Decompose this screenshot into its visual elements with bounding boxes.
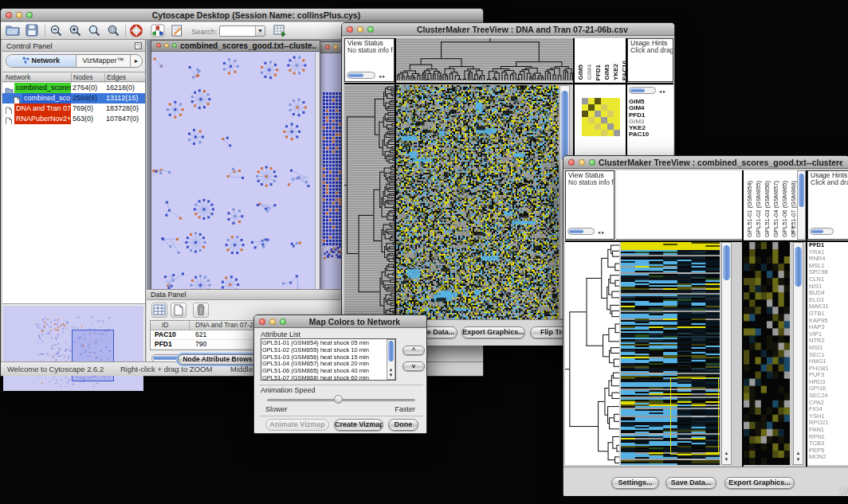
scroll-down-arrow[interactable]: ▼: [791, 229, 795, 236]
search-input[interactable]: ▼: [219, 25, 265, 37]
network-row-rnapubernov2-[interactable]: RNAPuberNov2+563(0)107847(0): [2, 114, 145, 124]
column-label-gpl51-06[interactable]: GPL51-06 (GSM865): [781, 181, 788, 237]
attribute-item[interactable]: GPL51-06 (GSM865) heat shock 40 min: [262, 368, 386, 375]
attribute-item[interactable]: GPL51-01 (GSM854) heat shock 05 min: [262, 340, 386, 347]
zoom-out-button[interactable]: [49, 24, 65, 38]
gene-label-mon2[interactable]: MON2: [807, 454, 848, 461]
done-button[interactable]: Done: [388, 419, 418, 431]
save-session-button[interactable]: [25, 24, 40, 38]
zoom-fit-button[interactable]: [88, 24, 103, 38]
close-button[interactable]: [156, 43, 161, 48]
heatmap-canvas[interactable]: [621, 242, 720, 465]
zoom-selected-button[interactable]: [107, 24, 122, 38]
gene-list[interactable]: PFD1YRA1RNR4MSL1SPC98CLN1NIS1BUD4ELG1MAK…: [807, 242, 848, 465]
scroll-down-arrow[interactable]: ▼: [387, 373, 395, 378]
scroll-arrows[interactable]: ◂ ▸: [598, 229, 604, 236]
treeview1-titlebar[interactable]: ClusterMaker TreeView : DNA and Tran 07-…: [342, 23, 674, 36]
new-attribute-icon[interactable]: [171, 303, 186, 318]
attribute-table-icon[interactable]: [151, 303, 167, 318]
move-down-button[interactable]: v: [402, 361, 425, 371]
column-label-gim4[interactable]: GIM4: [586, 64, 593, 80]
treeview2-titlebar[interactable]: ClusterMaker TreeView : combined_scores_…: [563, 156, 848, 169]
scroll-up-arrow[interactable]: ▲: [794, 451, 803, 456]
column-label-gpl51-03[interactable]: GPL51-03 (GSM856): [764, 181, 771, 237]
float-panel-icon[interactable]: ◹: [135, 42, 142, 49]
zoom-heatmap-canvas[interactable]: [744, 242, 790, 465]
animate-vizmap-button[interactable]: Animate Vizmap: [265, 419, 329, 431]
zoom-window-button[interactable]: [280, 318, 286, 325]
network-titlebar[interactable]: combined_scores_good.txt--cluste...: [151, 41, 320, 52]
chevron-down-icon[interactable]: ▼: [255, 26, 265, 36]
heatmap-canvas[interactable]: [396, 85, 559, 319]
column-label-gim3[interactable]: GIM3: [603, 64, 610, 80]
minimize-button[interactable]: [164, 43, 169, 48]
scrollbar-thumb[interactable]: [795, 247, 802, 287]
zoom-window-button[interactable]: [172, 43, 177, 48]
network2-canvas[interactable]: [320, 54, 343, 295]
resize-grip[interactable]: [839, 486, 848, 495]
close-button[interactable]: [259, 318, 265, 325]
attribute-list-vscrollbar[interactable]: ▲ ▼: [387, 339, 395, 380]
scroll-down-arrow[interactable]: ▼: [794, 457, 803, 463]
animation-slider-thumb[interactable]: [334, 395, 343, 404]
zoom-window-button[interactable]: [589, 159, 595, 166]
labels-vscrollbar[interactable]: [797, 170, 806, 240]
annotation-icon[interactable]: [170, 24, 185, 38]
scrollbar-thumb[interactable]: [723, 245, 730, 280]
column-dendrogram-canvas[interactable]: [396, 38, 573, 80]
scroll-left-arrow[interactable]: ◂ ▸: [379, 72, 385, 80]
close-button[interactable]: [6, 12, 12, 18]
close-button[interactable]: [347, 26, 353, 33]
minimize-button[interactable]: [579, 159, 585, 166]
birdseye-view-canvas[interactable]: [3, 306, 143, 391]
column-label-gpl51-04[interactable]: GPL51-04 (GSM857): [772, 181, 779, 237]
tab-vizmapper[interactable]: VizMapper™: [77, 55, 131, 67]
network-row-dna-and-tran-07[interactable]: DNA and Tran 07769(0)183728(0): [2, 104, 145, 114]
save-data-button[interactable]: Save Data...: [665, 477, 716, 489]
zoom-matrix-canvas[interactable]: [582, 98, 620, 136]
row-dendrogram-canvas[interactable]: [565, 242, 619, 465]
tab-overflow-arrow[interactable]: ►: [131, 55, 142, 67]
minimize-button[interactable]: [357, 26, 363, 33]
delete-attribute-icon[interactable]: [193, 303, 209, 318]
scroll-down-arrow[interactable]: ▼: [722, 457, 731, 463]
view-status-hscrollbar[interactable]: [347, 72, 375, 79]
scrollbar-thumb[interactable]: [388, 341, 394, 361]
network-canvas[interactable]: [152, 53, 316, 295]
attribute-listbox[interactable]: GPL51-01 (GSM854) heat shock 05 minGPL51…: [261, 338, 396, 381]
column-label-yke2[interactable]: YKE2: [612, 64, 619, 80]
help-ring-icon[interactable]: [129, 24, 144, 38]
column-label-gpl51-02[interactable]: GPL51-02 (GSM855): [755, 181, 762, 237]
close-button[interactable]: [568, 159, 575, 166]
scroll-up-arrow[interactable]: ▲: [387, 367, 395, 373]
network-row-combined-sco[interactable]: combined_sco2569(6)13112(15): [2, 93, 145, 104]
usage-hscrollbar[interactable]: [810, 228, 834, 235]
zoom-vscrollbar[interactable]: ▲ ▼: [793, 242, 803, 465]
labels-hscrollbar[interactable]: [629, 87, 656, 94]
attribute-item[interactable]: GPL51-07 (GSM868) heat shock 60 min: [262, 375, 386, 381]
attribute-item[interactable]: GPL51-02 (GSM855) heat shock 10 min: [262, 347, 386, 354]
heatmap-vscrollbar[interactable]: ▲ ▼: [721, 242, 732, 465]
minimize-button[interactable]: [269, 318, 276, 325]
zoom-window-button[interactable]: [367, 26, 374, 33]
close-button[interactable]: [325, 45, 330, 49]
column-label-gpl51-01[interactable]: GPL51-01 (GSM854): [746, 181, 753, 237]
network-vscrollbar[interactable]: [315, 53, 320, 295]
tab-network[interactable]: Network: [6, 55, 77, 67]
view-status-hscrollbar[interactable]: [567, 228, 595, 235]
open-session-button[interactable]: [6, 24, 21, 38]
row-label-pac10[interactable]: PAC10: [627, 131, 673, 138]
node-attribute-browser-button[interactable]: Node Attribute Brows: [178, 354, 257, 365]
scrollbar-thumb[interactable]: [561, 91, 568, 161]
minimize-button[interactable]: [16, 12, 22, 18]
scroll-arrows[interactable]: ◂ ▸: [659, 88, 665, 95]
column-label-pfd1[interactable]: PFD1: [595, 64, 602, 80]
minimize-button[interactable]: [333, 45, 338, 49]
import-table-icon[interactable]: [273, 24, 288, 38]
create-vizmap-button[interactable]: Create Vizmap: [334, 419, 383, 431]
export-graphics-button[interactable]: Export Graphics...: [724, 477, 795, 489]
column-label-gim5[interactable]: GIM5: [577, 64, 584, 80]
main-titlebar[interactable]: Cytoscape Desktop (Session Name: collins…: [1, 9, 483, 21]
zoom-in-button[interactable]: [69, 24, 84, 38]
zoom-window-button[interactable]: [26, 12, 33, 18]
